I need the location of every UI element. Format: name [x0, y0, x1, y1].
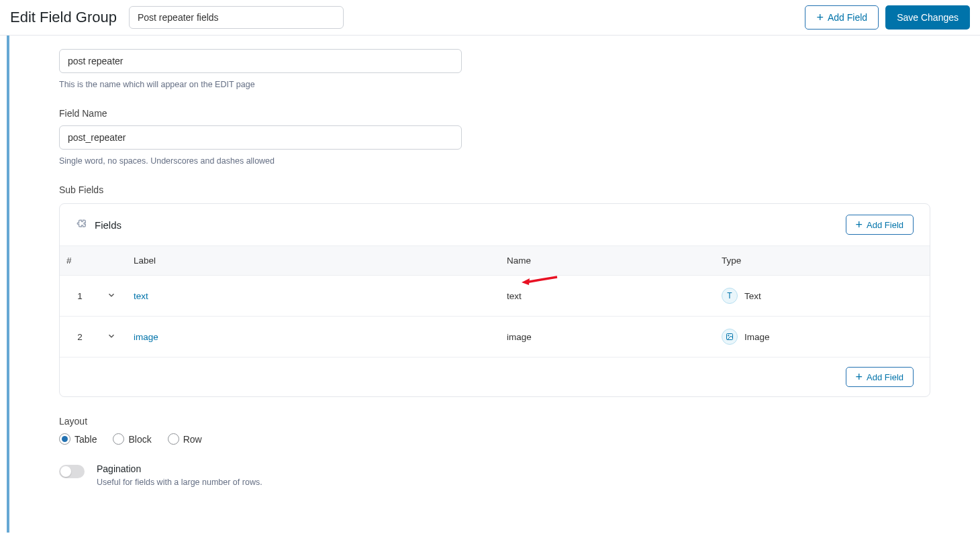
plus-icon: + [856, 219, 863, 231]
svg-point-2 [728, 335, 730, 337]
add-field-label: Add Field [867, 372, 903, 382]
puzzle-icon [76, 219, 88, 231]
subfields-box-footer: + Add Field [60, 357, 930, 396]
chevron-down-icon[interactable] [107, 333, 116, 343]
layout-option-row[interactable]: Row [168, 433, 202, 445]
chevron-down-icon[interactable] [107, 292, 116, 302]
row-name: image [507, 332, 532, 342]
pagination-toggle[interactable] [59, 465, 85, 478]
layout-option-block[interactable]: Block [113, 433, 151, 445]
layout-group: Layout Table Block Row [59, 416, 930, 445]
fields-table: # Label Name Type 1 [60, 245, 930, 357]
subfields-add-field-button-bottom[interactable]: + Add Field [846, 367, 914, 387]
text-type-icon: T [722, 288, 738, 304]
layout-options: Table Block Row [59, 433, 930, 445]
row-number: 1 [60, 276, 100, 317]
field-label-input[interactable] [59, 49, 462, 73]
field-label-group: This is the name which will appear on th… [59, 49, 930, 89]
image-type-icon [722, 329, 738, 345]
col-header-num: # [60, 246, 100, 276]
table-row[interactable]: 1 text text [60, 276, 930, 317]
subfields-add-field-button-top[interactable]: + Add Field [846, 215, 914, 235]
row-label-link[interactable]: image [134, 332, 158, 342]
page-title: Edit Field Group [10, 9, 117, 26]
radio-icon [168, 433, 179, 445]
row-name: text [507, 291, 522, 301]
svg-marker-0 [522, 278, 530, 285]
field-name-group: Field Name Single word, no spaces. Under… [59, 108, 930, 166]
subfields-label: Sub Fields [59, 184, 930, 195]
field-name-label: Field Name [59, 108, 930, 119]
subfields-box-title: Fields [95, 219, 121, 231]
radio-label: Table [75, 434, 97, 445]
row-type: Image [722, 329, 923, 345]
field-name-help: Single word, no spaces. Underscores and … [59, 156, 930, 166]
radio-icon [59, 433, 70, 445]
field-label-help: This is the name which will appear on th… [59, 80, 930, 89]
add-field-label: Add Field [867, 220, 903, 230]
save-changes-button[interactable]: Save Changes [885, 5, 970, 30]
radio-icon [113, 433, 124, 445]
layout-option-table[interactable]: Table [59, 433, 97, 445]
col-header-type: Type [715, 246, 930, 276]
row-number: 2 [60, 317, 100, 357]
plus-icon: + [816, 11, 824, 23]
content-area: This is the name which will appear on th… [7, 36, 980, 533]
page-header: Edit Field Group + Add Field Save Change… [0, 0, 980, 36]
add-field-label: Add Field [828, 12, 867, 23]
add-field-button[interactable]: + Add Field [805, 5, 879, 30]
subfields-box-header: Fields + Add Field [60, 204, 930, 245]
col-header-chev [100, 246, 127, 276]
layout-label: Layout [59, 416, 930, 427]
row-type-label: Image [744, 332, 770, 342]
subfields-group: Sub Fields Fields + Add Field # [59, 184, 930, 397]
row-label-link[interactable]: text [134, 291, 148, 301]
pagination-group: Pagination Useful for fields with a larg… [59, 463, 930, 487]
subfields-box: Fields + Add Field # Label Name Type [59, 203, 930, 397]
col-header-name: Name [500, 246, 715, 276]
field-name-input[interactable] [59, 125, 462, 150]
plus-icon: + [856, 371, 863, 383]
group-title-input[interactable] [129, 6, 344, 29]
col-header-label: Label [127, 246, 500, 276]
radio-label: Row [183, 434, 202, 445]
row-type: T Text [722, 288, 923, 304]
radio-label: Block [128, 434, 151, 445]
table-row[interactable]: 2 image image Im [60, 317, 930, 357]
pagination-label: Pagination [97, 463, 262, 474]
arrow-annotation-icon [520, 273, 560, 289]
row-type-label: Text [744, 291, 761, 301]
pagination-help: Useful for fields with a large number of… [97, 478, 262, 487]
